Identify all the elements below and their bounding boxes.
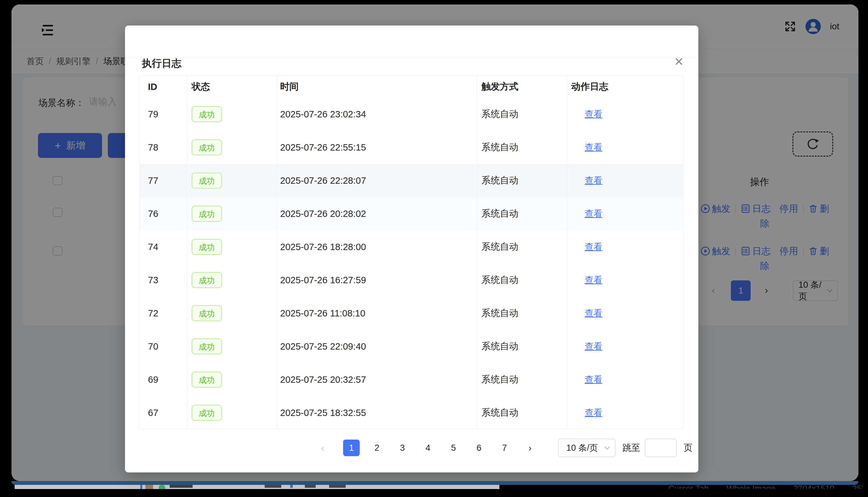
status-badge: 成功: [192, 173, 222, 188]
cell-time: 2025-07-26 16:27:59: [277, 264, 477, 297]
window-bottom-bar: [12, 481, 858, 485]
view-link[interactable]: 查看: [584, 174, 602, 187]
cell-id: 77: [140, 164, 187, 197]
cell-status: 成功: [187, 98, 277, 131]
page-button-3[interactable]: 3: [394, 440, 411, 456]
cell-time: 2025-07-26 23:02:34: [277, 98, 477, 131]
table-row: 77成功2025-07-26 22:28:07系统自动查看: [140, 164, 683, 197]
cell-trigger: 系统自动: [477, 164, 568, 197]
cell-status: 成功: [187, 131, 277, 164]
next-page-icon[interactable]: ›: [522, 442, 538, 453]
status-badge: 成功: [192, 372, 222, 387]
column-header-trigger: 触发方式: [477, 76, 568, 98]
bookmark-fragment: [145, 485, 153, 489]
cell-id: 78: [140, 131, 187, 164]
view-link[interactable]: 查看: [584, 241, 602, 253]
cell-id: 74: [140, 230, 187, 264]
status-badge: 成功: [192, 305, 222, 321]
column-header-action-log: 动作日志: [567, 76, 683, 98]
page-size-select[interactable]: 10 条/页: [558, 439, 616, 457]
view-link[interactable]: 查看: [584, 307, 602, 319]
cell-id: 76: [140, 197, 187, 230]
bookmark-fragment: [140, 485, 142, 489]
cell-action: 查看: [567, 164, 683, 197]
log-table-header: ID 状态 时间 触发方式 动作日志: [140, 76, 683, 98]
view-link[interactable]: 查看: [584, 340, 602, 353]
view-link[interactable]: 查看: [584, 108, 602, 120]
cell-time: 2025-07-26 22:55:15: [277, 131, 477, 164]
table-row: 76成功2025-07-26 20:28:02系统自动查看: [140, 197, 683, 230]
bookmark-fragment: [170, 485, 193, 488]
modal-page-list: 1234567: [343, 440, 522, 456]
cell-time: 2025-07-26 20:28:02: [277, 197, 477, 230]
cell-action: 查看: [567, 131, 683, 164]
page-button-2[interactable]: 2: [368, 440, 385, 456]
cell-trigger: 系统自动: [477, 330, 568, 363]
prev-page-icon[interactable]: ‹: [316, 442, 329, 453]
table-row: 78成功2025-07-26 22:55:15系统自动查看: [140, 131, 683, 164]
view-link[interactable]: 查看: [584, 373, 602, 386]
table-row: 67成功2025-07-25 18:32:55系统自动查看: [140, 396, 683, 429]
cell-trigger: 系统自动: [477, 131, 568, 164]
chevron-down-icon: [604, 446, 610, 450]
cell-status: 成功: [187, 230, 277, 264]
view-link[interactable]: 查看: [584, 208, 602, 220]
table-row: 74成功2025-07-26 18:28:00系统自动查看: [140, 230, 683, 264]
status-badge: 成功: [192, 139, 222, 155]
jump-page-input[interactable]: [645, 439, 677, 457]
close-icon[interactable]: ✕: [674, 56, 684, 68]
table-row: 72成功2025-07-26 11:08:10系统自动查看: [140, 297, 683, 330]
cell-action: 查看: [567, 396, 683, 429]
cell-time: 2025-07-25 20:32:57: [277, 363, 477, 396]
cell-status: 成功: [187, 264, 277, 297]
cell-action: 查看: [567, 330, 683, 363]
cell-status: 成功: [187, 330, 277, 363]
page-size-value: 10 条/页: [566, 442, 598, 454]
cell-action: 查看: [567, 197, 683, 230]
cell-trigger: 系统自动: [477, 264, 568, 297]
cell-trigger: 系统自动: [477, 363, 568, 396]
page-button-4[interactable]: 4: [420, 440, 436, 456]
cell-action: 查看: [567, 264, 683, 297]
cell-trigger: 系统自动: [477, 197, 568, 230]
cell-status: 成功: [187, 164, 277, 197]
cell-status: 成功: [187, 197, 277, 230]
cell-time: 2025-07-26 22:28:07: [277, 164, 477, 197]
status-badge: 成功: [192, 405, 222, 421]
modal-pagination: ‹ 1234567 › 10 条/页 跳至 页: [316, 438, 693, 458]
bookmarks-strip: [15, 485, 500, 489]
table-row: 79成功2025-07-26 23:02:34系统自动查看: [140, 98, 683, 131]
bookmark-fragment: [265, 485, 281, 488]
cell-trigger: 系统自动: [477, 98, 568, 131]
execution-log-modal: 执行日志 ✕ ID 状态 时间 触发方式 动作日志 79成功2025-07-26…: [125, 26, 698, 472]
table-row: 70成功2025-07-25 22:09:40系统自动查看: [140, 330, 683, 363]
page-button-1[interactable]: 1: [343, 440, 360, 456]
page-button-6[interactable]: 6: [471, 440, 487, 456]
column-header-status: 状态: [187, 76, 277, 98]
divider: [125, 57, 698, 58]
cell-time: 2025-07-26 11:08:10: [277, 297, 477, 330]
cell-trigger: 系统自动: [477, 396, 568, 429]
view-link[interactable]: 查看: [584, 141, 602, 154]
view-link[interactable]: 查看: [584, 407, 602, 419]
status-badge: 成功: [192, 106, 222, 122]
cell-id: 72: [140, 297, 187, 330]
modal-title: 执行日志: [142, 57, 182, 70]
cell-action: 查看: [567, 230, 683, 264]
bookmark-fragment: [305, 485, 316, 488]
status-badge: 成功: [192, 206, 222, 222]
view-link[interactable]: 查看: [584, 274, 602, 286]
cell-action: 查看: [567, 297, 683, 330]
page-unit-label: 页: [684, 442, 693, 454]
cell-status: 成功: [187, 396, 277, 429]
cell-status: 成功: [187, 363, 277, 396]
cell-id: 73: [140, 264, 187, 297]
cell-trigger: 系统自动: [477, 297, 568, 330]
cell-id: 79: [140, 98, 187, 131]
table-row: 69成功2025-07-25 20:32:57系统自动查看: [140, 363, 683, 396]
cell-id: 70: [140, 330, 187, 363]
status-badge: 成功: [192, 339, 222, 354]
page-button-5[interactable]: 5: [445, 440, 462, 456]
page-button-7[interactable]: 7: [496, 440, 513, 456]
cell-trigger: 系统自动: [477, 230, 568, 264]
